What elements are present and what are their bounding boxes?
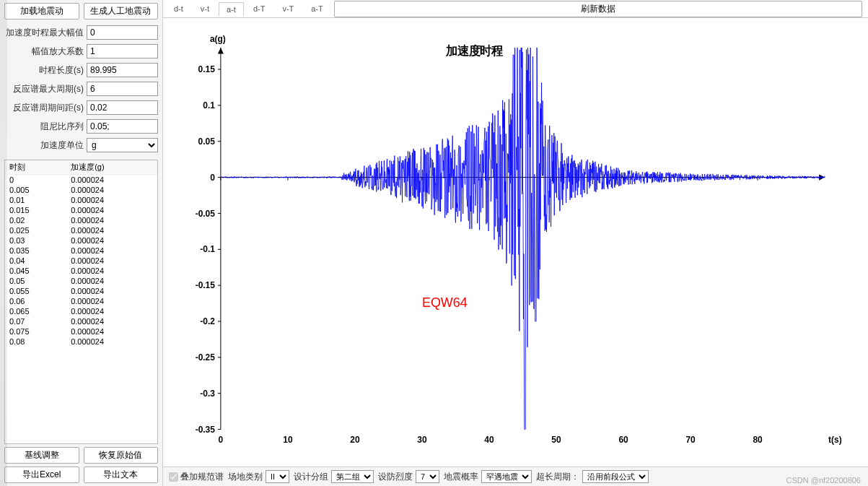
col-accel: 加速度(g)	[66, 160, 157, 175]
site-label: 场地类别	[228, 471, 263, 483]
unit-label: 加速度单位	[4, 139, 84, 152]
time-history-table[interactable]: 时刻 加速度(g) 00.0000240.0050.0000240.010.00…	[4, 160, 158, 444]
prob-select[interactable]: 罕遇地震	[481, 470, 532, 483]
svg-text:-0.05: -0.05	[196, 208, 215, 218]
svg-text:加速度时程: 加速度时程	[445, 44, 502, 57]
tab-d-T[interactable]: d-T	[245, 1, 273, 16]
site-select[interactable]: II	[266, 470, 289, 483]
svg-text:a(g): a(g)	[210, 34, 226, 44]
table-row[interactable]: 0.040.000024	[5, 256, 157, 266]
export-excel-button[interactable]: 导出Excel	[4, 467, 79, 483]
svg-text:40: 40	[484, 435, 494, 445]
svg-text:10: 10	[283, 435, 293, 445]
unit-select[interactable]: g	[87, 138, 158, 152]
refresh-button[interactable]: 刷新数据	[334, 1, 862, 17]
tab-a-T[interactable]: a-T	[303, 1, 331, 16]
table-row[interactable]: 0.0150.000024	[5, 205, 157, 215]
svg-text:t(s): t(s)	[828, 435, 842, 445]
tab-v-t[interactable]: v-t	[193, 1, 217, 16]
export-text-button[interactable]: 导出文本	[84, 467, 159, 483]
group-label: 设计分组	[294, 471, 328, 483]
tab-d-t[interactable]: d-t	[166, 1, 191, 16]
svg-text:30: 30	[417, 435, 427, 445]
max-period-input[interactable]	[87, 82, 158, 96]
period-step-input[interactable]	[87, 100, 158, 115]
damping-input[interactable]	[87, 119, 158, 134]
table-row[interactable]: 0.010.000024	[5, 195, 157, 205]
table-row[interactable]: 0.070.000024	[5, 316, 157, 326]
svg-text:60: 60	[618, 435, 628, 445]
svg-text:-0.2: -0.2	[200, 316, 215, 326]
table-row[interactable]: 0.060.000024	[5, 296, 157, 306]
svg-text:0: 0	[219, 435, 224, 445]
table-row[interactable]: 0.030.000024	[5, 235, 157, 246]
svg-text:70: 70	[685, 435, 696, 445]
svg-text:-0.15: -0.15	[196, 280, 215, 290]
svg-text:-0.35: -0.35	[196, 424, 215, 434]
param-label: 反应谱周期间距(s)	[4, 102, 84, 114]
duration-input[interactable]	[87, 63, 158, 77]
table-row[interactable]: 0.0050.000024	[5, 185, 157, 195]
svg-text:20: 20	[350, 435, 360, 445]
max-amplitude-input[interactable]	[87, 25, 158, 40]
spectrum-options-bar: 叠加规范谱 场地类别 II 设计分组 第二组 设防烈度 7 地震概率 罕遇地震 …	[163, 467, 868, 486]
param-label: 反应谱最大周期(s)	[4, 83, 84, 95]
param-label: 阻尼比序列	[4, 121, 84, 133]
intensity-label: 设防烈度	[378, 471, 413, 483]
table-row[interactable]: 0.020.000024	[5, 215, 157, 225]
svg-text:0.1: 0.1	[203, 100, 215, 110]
param-label: 加速度时程最大幅值	[4, 27, 84, 39]
svg-text:80: 80	[753, 435, 763, 445]
svg-text:-0.1: -0.1	[200, 244, 215, 254]
long-period-select[interactable]: 沿用前段公式	[582, 470, 649, 483]
svg-text:-0.3: -0.3	[200, 389, 215, 399]
intensity-select[interactable]: 7	[416, 470, 439, 483]
chart-tabs: d-tv-ta-td-Tv-Ta-T	[163, 0, 334, 17]
sidebar-panel: 加载地震动 生成人工地震动 加速度时程最大幅值 幅值放大系数 时程长度(s) 反…	[0, 0, 163, 486]
load-seismic-button[interactable]: 加载地震动	[4, 3, 79, 19]
tab-v-T[interactable]: v-T	[274, 1, 302, 16]
col-time: 时刻	[5, 160, 66, 175]
overlay-label: 叠加规范谱	[180, 471, 224, 483]
table-row[interactable]: 0.080.000024	[5, 337, 157, 347]
svg-marker-3	[218, 48, 224, 53]
table-row[interactable]: 0.050.000024	[5, 276, 157, 286]
svg-text:0.15: 0.15	[198, 64, 215, 74]
overlay-spectrum-checkbox[interactable]	[169, 472, 178, 482]
table-row[interactable]: 0.0750.000024	[5, 326, 157, 337]
svg-text:50: 50	[551, 435, 561, 445]
table-row[interactable]: 00.000024	[5, 175, 157, 186]
param-label: 幅值放大系数	[4, 45, 84, 58]
chart-area: -0.35-0.3-0.25-0.2-0.15-0.1-0.0500.050.1…	[163, 18, 868, 467]
table-row[interactable]: 0.0350.000024	[5, 246, 157, 256]
param-label: 时程长度(s)	[4, 64, 84, 77]
restore-button[interactable]: 恢复原始值	[84, 447, 159, 464]
baseline-button[interactable]: 基线调整	[4, 447, 79, 464]
svg-text:0.05: 0.05	[198, 136, 215, 147]
scale-factor-input[interactable]	[87, 44, 158, 58]
table-row[interactable]: 0.0650.000024	[5, 306, 157, 316]
table-row[interactable]: 0.0550.000024	[5, 286, 157, 296]
svg-text:EQW64: EQW64	[422, 295, 468, 310]
svg-text:0: 0	[210, 172, 215, 182]
acceleration-chart: -0.35-0.3-0.25-0.2-0.15-0.1-0.0500.050.1…	[192, 25, 854, 459]
group-select[interactable]: 第二组	[331, 470, 374, 483]
table-row[interactable]: 0.0450.000024	[5, 266, 157, 276]
tab-a-t[interactable]: a-t	[219, 2, 244, 17]
table-row[interactable]: 0.0250.000024	[5, 225, 157, 235]
long-period-label: 超长周期：	[536, 471, 579, 483]
svg-text:-0.25: -0.25	[196, 352, 215, 363]
generate-seismic-button[interactable]: 生成人工地震动	[84, 3, 159, 19]
prob-label: 地震概率	[444, 471, 478, 483]
main-panel: d-tv-ta-td-Tv-Ta-T 刷新数据 -0.35-0.3-0.25-0…	[163, 0, 868, 486]
